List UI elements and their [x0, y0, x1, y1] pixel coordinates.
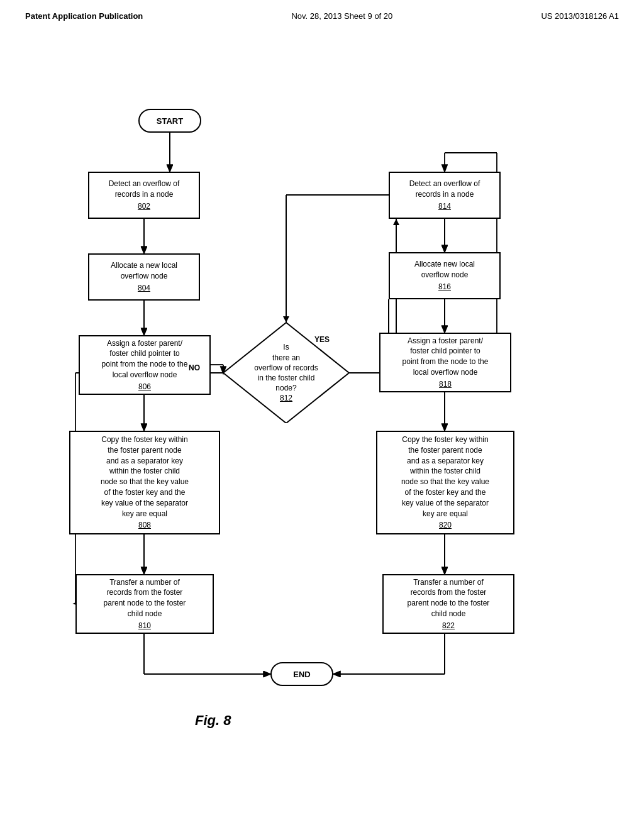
page: Patent Application Publication Nov. 28, …	[0, 0, 644, 830]
svg-marker-5	[141, 329, 147, 335]
svg-marker-20	[441, 568, 448, 574]
end-node: END	[270, 662, 333, 686]
fig-label: Fig. 8	[195, 712, 231, 729]
svg-marker-16	[441, 326, 448, 333]
svg-marker-9	[141, 568, 147, 574]
header: Patent Application Publication Nov. 28, …	[0, 0, 644, 21]
svg-marker-33	[393, 219, 399, 225]
yes-label: YES	[314, 335, 330, 344]
svg-marker-14	[441, 246, 448, 252]
node-804: Allocate a new localoverflow node 804	[88, 253, 200, 301]
header-right: US 2013/0318126 A1	[541, 11, 619, 21]
node-802: Detect an overflow ofrecords in a node 8…	[88, 172, 200, 219]
diamond-812: Isthere anoverflow of recordsin the fost…	[223, 323, 349, 423]
node-822: Transfer a number ofrecords from the fos…	[382, 574, 514, 634]
node-810: Transfer a number ofrecords from the fos…	[75, 574, 214, 634]
header-left: Patent Application Publication	[25, 11, 143, 21]
svg-marker-28	[283, 316, 289, 323]
start-node: START	[138, 109, 201, 133]
svg-marker-1	[167, 165, 173, 172]
svg-marker-3	[141, 247, 147, 253]
header-center: Nov. 28, 2013 Sheet 9 of 20	[291, 11, 392, 21]
svg-marker-23	[333, 671, 340, 677]
node-816: Allocate new localoverflow node 816	[389, 252, 501, 299]
node-818: Assign a foster parent/foster child poin…	[379, 333, 511, 392]
node-814: Detect an overflow ofrecords in a node 8…	[389, 172, 501, 219]
diagram-area: START Detect an overflow ofrecords in a …	[0, 27, 644, 794]
node-820: Copy the foster key withinthe foster par…	[376, 431, 514, 534]
svg-marker-7	[141, 424, 147, 431]
svg-marker-12	[264, 671, 270, 677]
node-808: Copy the foster key withinthe foster par…	[69, 431, 220, 534]
no-label: NO	[189, 363, 200, 372]
svg-marker-18	[441, 424, 448, 431]
